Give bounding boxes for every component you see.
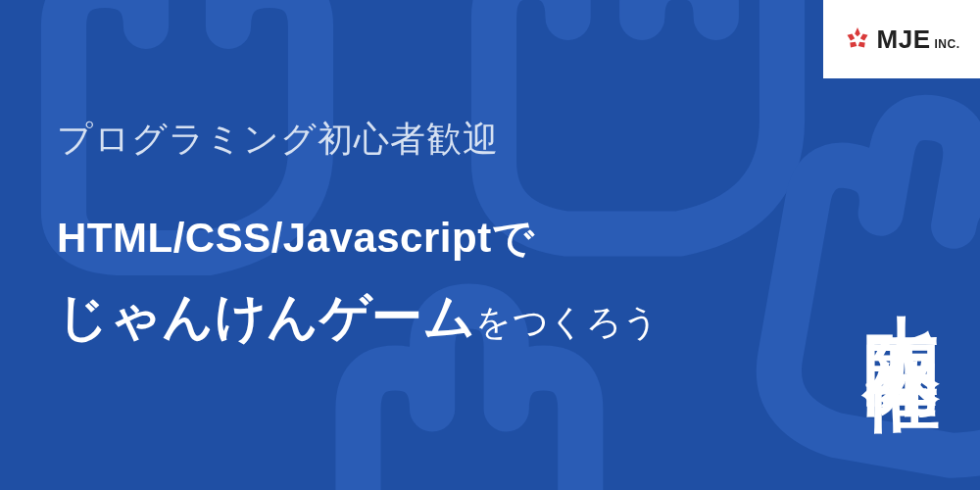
mje-logo-icon: [844, 25, 871, 53]
logo-text: MJE INC.: [877, 24, 960, 55]
title-emphasis: じゃんけんゲーム: [57, 288, 475, 345]
logo-main-text: MJE: [877, 24, 931, 55]
right-panel: MJE INC. 大阪開催: [823, 0, 980, 490]
logo-box: MJE INC.: [823, 0, 980, 78]
location-label: 大阪開催: [823, 78, 980, 490]
logo-sub-text: INC.: [934, 37, 959, 51]
title-tail: をつくろう: [475, 302, 660, 342]
